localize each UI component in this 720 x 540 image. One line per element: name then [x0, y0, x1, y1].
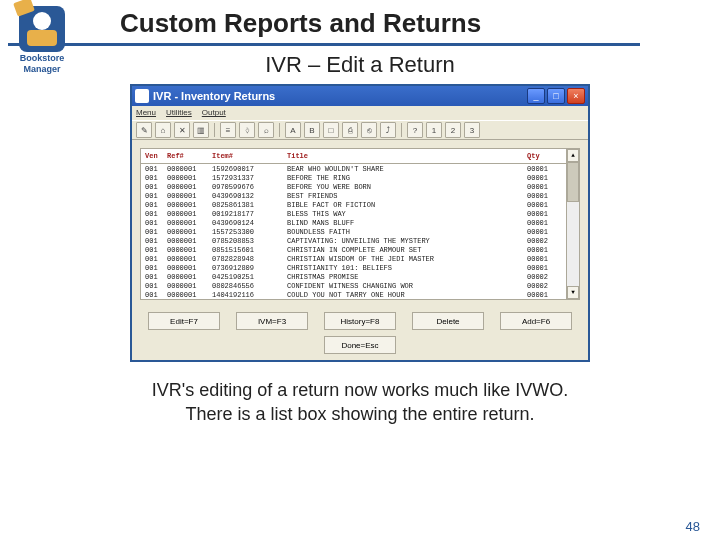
- cell-item: 0425190251: [212, 273, 287, 281]
- cell-ven: 001: [145, 246, 167, 254]
- cell-item: 0802846556: [212, 282, 287, 290]
- toolbar-separator: [401, 123, 402, 137]
- table-row[interactable]: 00100000010782828948CHRISTIAN WISDOM OF …: [141, 254, 566, 263]
- minimize-button[interactable]: _: [527, 88, 545, 104]
- cell-ref: 0000001: [167, 174, 212, 182]
- tool-icon[interactable]: ✎: [136, 122, 152, 138]
- cell-qty: 00001: [527, 228, 562, 236]
- page-subtitle: IVR – Edit a Return: [0, 52, 720, 78]
- cell-ref: 0000001: [167, 273, 212, 281]
- cell-ven: 001: [145, 192, 167, 200]
- col-ven: Ven: [145, 152, 167, 160]
- maximize-button[interactable]: □: [547, 88, 565, 104]
- table-row[interactable]: 00100000011404192116COULD YOU NOT TARRY …: [141, 290, 566, 299]
- scroll-down-icon[interactable]: ▼: [567, 286, 579, 299]
- cell-title: CHRISTIAN WISDOM OF THE JEDI MASTER: [287, 255, 527, 263]
- cell-item: 0970599676: [212, 183, 287, 191]
- scrollbar[interactable]: ▲ ▼: [566, 149, 579, 299]
- cell-title: CONFIDENT WITNESS CHANGING WOR: [287, 282, 527, 290]
- cell-ref: 0000001: [167, 255, 212, 263]
- scroll-up-icon[interactable]: ▲: [567, 149, 579, 162]
- cell-item: 1404192116: [212, 291, 287, 299]
- table-row[interactable]: 00100000010785208853CAPTIVATING: UNVEILI…: [141, 236, 566, 245]
- tool-icon[interactable]: B: [304, 122, 320, 138]
- table-row[interactable]: 00100000010970599676BEFORE YOU WERE BORN…: [141, 182, 566, 191]
- cell-ven: 001: [145, 210, 167, 218]
- cell-ref: 0000001: [167, 192, 212, 200]
- col-qty: Qty: [527, 152, 562, 160]
- tool-icon[interactable]: ⌕: [258, 122, 274, 138]
- tool-icon[interactable]: ⎋: [361, 122, 377, 138]
- cell-title: BEST FRIENDS: [287, 192, 527, 200]
- cell-item: 0785208853: [212, 237, 287, 245]
- scroll-thumb[interactable]: [567, 162, 579, 202]
- help-icon[interactable]: ?: [407, 122, 423, 138]
- titlebar: IVR - Inventory Returns _ □ ×: [132, 86, 588, 106]
- tool-icon[interactable]: ⌂: [155, 122, 171, 138]
- cell-qty: 00001: [527, 192, 562, 200]
- table-row[interactable]: 00100000010439690132BEST FRIENDS00001: [141, 191, 566, 200]
- table-row[interactable]: 00100000010425190251CHRISTMAS PROMISE000…: [141, 272, 566, 281]
- done-button[interactable]: Done=Esc: [324, 336, 396, 354]
- cell-ven: 001: [145, 165, 167, 173]
- table-row[interactable]: 00100000010851515601CHRISTIAN IN COMPLET…: [141, 245, 566, 254]
- table-row[interactable]: 00100000011572931337BEFORE THE RING00001: [141, 173, 566, 182]
- cell-ven: 001: [145, 255, 167, 263]
- tool-icon[interactable]: ⤴: [380, 122, 396, 138]
- tool-icon[interactable]: □: [323, 122, 339, 138]
- cell-ref: 0000001: [167, 246, 212, 254]
- menu-item[interactable]: Menu: [136, 108, 156, 117]
- cell-item: 0439690124: [212, 219, 287, 227]
- grid-body[interactable]: 00100000011592690017BEAR WHO WOULDN'T SH…: [141, 164, 566, 299]
- cell-item: 0439690132: [212, 192, 287, 200]
- mode-2-button[interactable]: 2: [445, 122, 461, 138]
- cell-qty: 00001: [527, 165, 562, 173]
- cell-ref: 0000001: [167, 183, 212, 191]
- scroll-track[interactable]: [567, 162, 579, 286]
- history-button[interactable]: History=F8: [324, 312, 396, 330]
- tool-icon[interactable]: ≡: [220, 122, 236, 138]
- table-row[interactable]: 00100000010802846556CONFIDENT WITNESS CH…: [141, 281, 566, 290]
- menu-item[interactable]: Utilities: [166, 108, 192, 117]
- table-row[interactable]: 00100000010825861381BIBLE FACT OR FICTIO…: [141, 200, 566, 209]
- tool-icon[interactable]: ▥: [193, 122, 209, 138]
- table-row[interactable]: 00100000010439690124BLIND MANS BLUFF0000…: [141, 218, 566, 227]
- table-row[interactable]: 00100000011557253300BOUNDLESS FAITH00001: [141, 227, 566, 236]
- cell-ven: 001: [145, 228, 167, 236]
- add-button[interactable]: Add=F6: [500, 312, 572, 330]
- table-row[interactable]: 00100000010019218177BLESS THIS WAY00001: [141, 209, 566, 218]
- menu-item[interactable]: Output: [202, 108, 226, 117]
- tool-icon[interactable]: ⎙: [342, 122, 358, 138]
- cell-item: 0851515601: [212, 246, 287, 254]
- logo-book-icon: [13, 0, 35, 17]
- delete-button[interactable]: Delete: [412, 312, 484, 330]
- mode-3-button[interactable]: 3: [464, 122, 480, 138]
- cell-ven: 001: [145, 273, 167, 281]
- cell-ref: 0000001: [167, 228, 212, 236]
- table-row[interactable]: 00100000010736912809CHRISTIANITY 101: BE…: [141, 263, 566, 272]
- header-rule: [8, 43, 640, 46]
- tool-icon[interactable]: ✕: [174, 122, 190, 138]
- table-row[interactable]: 00100000011592690017BEAR WHO WOULDN'T SH…: [141, 164, 566, 173]
- cell-qty: 00001: [527, 174, 562, 182]
- cell-title: BLIND MANS BLUFF: [287, 219, 527, 227]
- cell-title: CHRISTIAN IN COMPLETE ARMOUR SET: [287, 246, 527, 254]
- button-row-2: Done=Esc: [132, 334, 588, 360]
- close-button[interactable]: ×: [567, 88, 585, 104]
- mode-1-button[interactable]: 1: [426, 122, 442, 138]
- logo: Bookstore Manager: [12, 6, 72, 68]
- cell-qty: 00002: [527, 237, 562, 245]
- logo-text-1: Bookstore: [12, 54, 72, 63]
- cell-item: 1572931337: [212, 174, 287, 182]
- tool-icon[interactable]: A: [285, 122, 301, 138]
- edit-button[interactable]: Edit=F7: [148, 312, 220, 330]
- cell-ref: 0000001: [167, 291, 212, 299]
- tool-icon[interactable]: ⎀: [239, 122, 255, 138]
- cell-title: BEFORE YOU WERE BORN: [287, 183, 527, 191]
- cell-ven: 001: [145, 201, 167, 209]
- page-title: Custom Reports and Returns: [120, 8, 720, 39]
- cell-qty: 00002: [527, 282, 562, 290]
- cell-item: 1557253300: [212, 228, 287, 236]
- ivm-button[interactable]: IVM=F3: [236, 312, 308, 330]
- cell-qty: 00001: [527, 219, 562, 227]
